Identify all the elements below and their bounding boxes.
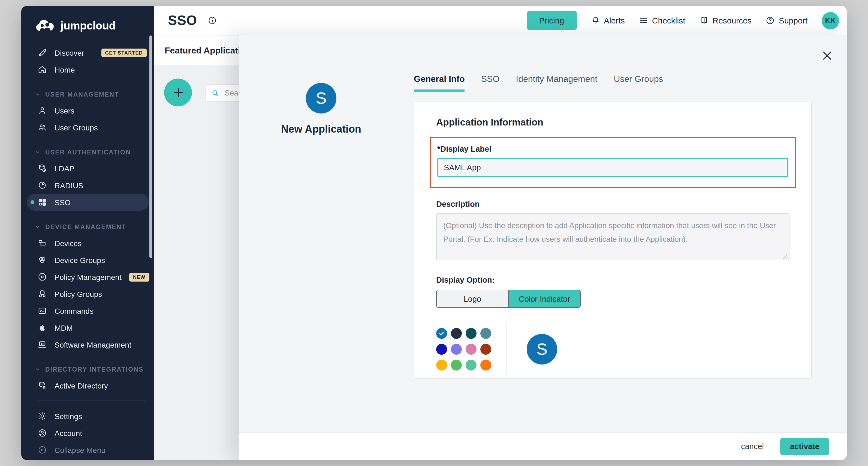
description-textarea[interactable]: [436, 213, 789, 260]
header-action-label: Support: [779, 16, 807, 25]
devices-icon: [38, 238, 47, 248]
header-action-resources[interactable]: Resources: [700, 16, 752, 25]
jumpcloud-cloud-icon: [36, 19, 56, 32]
color-swatch-grid: [436, 328, 491, 371]
sidebar-section-user-authentication[interactable]: USER AUTHENTICATION: [21, 145, 154, 160]
sidebar-item-discover[interactable]: DiscoverGET STARTED: [21, 44, 154, 61]
sidebar-section-label: USER MANAGEMENT: [45, 91, 119, 98]
color-swatch-8677e6[interactable]: [451, 344, 462, 355]
modal-footer: cancel activate: [239, 432, 847, 460]
display-option-color-indicator[interactable]: Color Indicator: [508, 290, 580, 307]
page-title: SSO: [168, 12, 197, 28]
pricing-button[interactable]: Pricing: [526, 11, 577, 30]
sidebar-item-software-management[interactable]: Software Management: [21, 336, 154, 353]
sidebar-item-radius[interactable]: RADIUS: [21, 177, 154, 194]
color-swatch-d77fa6[interactable]: [466, 344, 476, 355]
color-swatch-59c49a[interactable]: [466, 359, 476, 371]
bell-icon: [591, 16, 600, 25]
header-action-support[interactable]: Support: [766, 16, 807, 25]
modal-close-button[interactable]: [820, 49, 834, 62]
sidebar-scrollbar-thumb[interactable]: [149, 35, 152, 258]
color-swatch-25303f[interactable]: [451, 328, 462, 339]
sidebar-section-user-management[interactable]: USER MANAGEMENT: [21, 87, 154, 102]
new-application-modal: S New Application General InfoSSOIdentit…: [239, 35, 847, 460]
sidebar-item-label: User Groups: [55, 123, 98, 132]
header-actions: Pricing AlertsChecklistResourcesSupport …: [526, 11, 839, 30]
sidebar-item-ldap[interactable]: LDAP: [21, 160, 154, 177]
info-icon[interactable]: [208, 16, 217, 25]
description-block: Description: [436, 200, 789, 262]
color-swatch-0f72b2[interactable]: [436, 328, 447, 339]
sidebar-item-label: SSO: [55, 198, 71, 207]
sidebar-item-label: MDM: [55, 323, 73, 332]
sidebar-item-policy-management[interactable]: Policy ManagementNEW: [21, 268, 154, 285]
sidebar-item-sso[interactable]: SSO: [27, 194, 149, 211]
header-action-alerts[interactable]: Alerts: [591, 16, 625, 25]
octagon-group-icon: [38, 289, 47, 298]
color-swatch-57c065[interactable]: [451, 359, 462, 371]
sidebar-item-label: LDAP: [55, 164, 74, 173]
check-icon: [438, 330, 445, 337]
chevron-down-icon: [35, 367, 40, 372]
activate-button[interactable]: activate: [780, 438, 829, 455]
color-swatch-4f8b9a[interactable]: [480, 328, 491, 339]
tab-sso[interactable]: SSO: [481, 74, 500, 92]
sidebar-section-directory-integrations[interactable]: DIRECTORY INTEGRATIONS: [21, 362, 154, 377]
user-group-icon: [38, 123, 47, 132]
description-label: Description: [436, 200, 789, 208]
tab-identity-management[interactable]: Identity Management: [516, 74, 597, 92]
color-swatch-1113b2[interactable]: [436, 344, 447, 355]
display-label-input[interactable]: [437, 158, 788, 177]
grid-icon: [38, 198, 47, 207]
sidebar-item-device-groups[interactable]: Device Groups: [21, 252, 154, 268]
sidebar-section-label: DEVICE MANAGEMENT: [45, 224, 126, 230]
sidebar-nav: jumpcloud DiscoverGET STARTEDHomeUSER MA…: [21, 6, 154, 460]
sidebar-item-label: Users: [55, 106, 74, 115]
terminal-icon: [38, 306, 47, 315]
sidebar-section-device-management[interactable]: DEVICE MANAGEMENT: [21, 220, 154, 235]
color-swatch-0b505f[interactable]: [466, 328, 476, 339]
sidebar-item-label: RADIUS: [55, 181, 84, 190]
sidebar-item-home[interactable]: Home: [21, 61, 154, 78]
color-swatch-fcb400[interactable]: [436, 359, 447, 371]
sidebar-item-account[interactable]: Account: [21, 425, 154, 441]
close-icon: [820, 49, 834, 62]
color-swatch-f97807[interactable]: [480, 359, 491, 371]
sidebar-item-commands[interactable]: Commands: [21, 302, 154, 319]
database-windows-icon: [38, 381, 47, 390]
header-action-checklist[interactable]: Checklist: [639, 16, 685, 25]
sidebar-item-mdm[interactable]: MDM: [21, 319, 154, 336]
jumpcloud-logo-text: jumpcloud: [61, 19, 116, 32]
color-swatch-a03410[interactable]: [480, 344, 491, 355]
user-icon: [38, 106, 47, 115]
sidebar-item-settings[interactable]: Settings: [21, 408, 154, 425]
sidebar-item-active-directory[interactable]: Active Directory: [21, 377, 154, 394]
laptop-apps-icon: [38, 340, 47, 349]
tab-general-info[interactable]: General Info: [414, 74, 465, 92]
tab-user-groups[interactable]: User Groups: [614, 74, 663, 92]
header-action-label: Alerts: [604, 16, 625, 25]
user-avatar[interactable]: KK: [822, 12, 839, 29]
sidebar-item-policy-groups[interactable]: Policy Groups: [21, 285, 154, 302]
jumpcloud-logo[interactable]: jumpcloud: [21, 6, 154, 38]
sidebar-item-devices[interactable]: Devices: [21, 235, 154, 252]
sidebar-item-collapse-menu[interactable]: Collapse Menu: [21, 441, 154, 458]
apple-icon: [38, 323, 47, 332]
sidebar-item-user-groups[interactable]: User Groups: [21, 119, 154, 136]
book-icon: [700, 16, 709, 25]
application-information-card: Application Information *Display Label D…: [414, 101, 812, 379]
application-avatar: S: [306, 83, 336, 114]
display-option-logo[interactable]: Logo: [437, 290, 508, 307]
checklist-icon: [639, 16, 648, 25]
sidebar-item-label: Home: [55, 65, 75, 74]
add-application-button[interactable]: [164, 79, 192, 107]
cancel-button[interactable]: cancel: [741, 442, 764, 451]
venn-icon: [38, 255, 47, 265]
main-area: SSO Pricing AlertsChecklistResourcesSupp…: [154, 6, 847, 460]
sidebar-item-badge: NEW: [129, 272, 149, 281]
application-name: New Application: [234, 123, 408, 135]
question-circle-icon: [766, 16, 775, 25]
color-indicator-preview: S: [527, 334, 557, 365]
sidebar-item-users[interactable]: Users: [21, 102, 154, 119]
display-label-label: *Display Label: [437, 145, 788, 153]
